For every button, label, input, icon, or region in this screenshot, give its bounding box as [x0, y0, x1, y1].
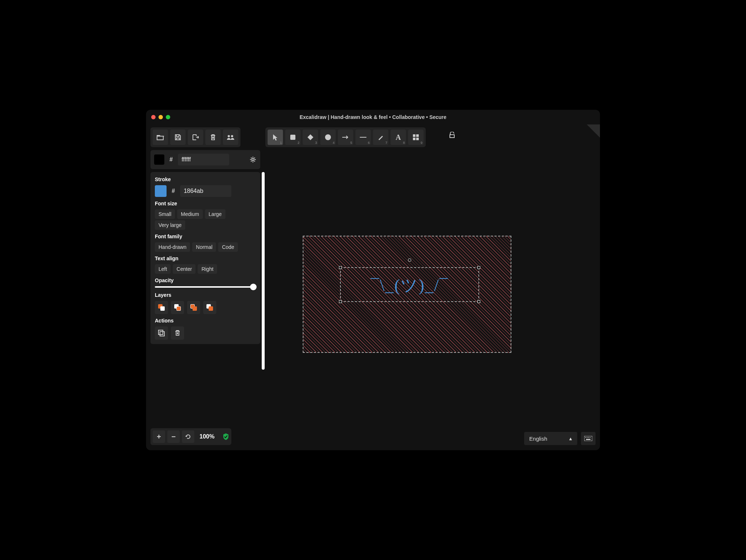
- collaborate-button[interactable]: [223, 130, 238, 145]
- panel-scrollbar[interactable]: [262, 172, 265, 370]
- tool-shortcut: 6: [368, 141, 370, 145]
- shrug-text[interactable]: ¯\_(ツ)_/¯: [341, 268, 478, 303]
- font-size-medium[interactable]: Medium: [177, 209, 203, 219]
- page-fold-icon[interactable]: [587, 124, 600, 138]
- svg-rect-16: [590, 437, 590, 438]
- diamond-tool[interactable]: 3: [303, 130, 318, 145]
- titlebar: Excalidraw | Hand-drawn look & feel • Co…: [146, 110, 600, 124]
- bring-forward-button[interactable]: [187, 301, 200, 314]
- selected-text-box[interactable]: ¯\_(ツ)_/¯: [340, 267, 479, 302]
- tool-shortcut: 9: [421, 141, 422, 145]
- duplicate-button[interactable]: [155, 326, 168, 340]
- font-size-large[interactable]: Large: [205, 209, 225, 219]
- tool-shortcut: 3: [315, 141, 317, 145]
- font-family-code[interactable]: Code: [218, 242, 238, 252]
- minimize-window-button[interactable]: [158, 115, 163, 119]
- opacity-label: Opacity: [155, 277, 256, 283]
- svg-rect-2: [290, 135, 295, 140]
- send-to-back-button[interactable]: [155, 301, 168, 314]
- language-selector[interactable]: English ▴: [524, 432, 577, 445]
- canvas-bg-hex-input[interactable]: [178, 154, 229, 165]
- layers-label: Layers: [155, 292, 256, 298]
- reset-zoom-button[interactable]: [182, 430, 194, 443]
- stroke-label: Stroke: [155, 176, 256, 182]
- resize-handle-bl[interactable]: [339, 300, 342, 303]
- canvas-background-panel: #: [150, 150, 260, 169]
- close-window-button[interactable]: [151, 115, 156, 119]
- language-label: English: [529, 436, 547, 442]
- file-toolbar: [150, 127, 240, 147]
- send-backward-button[interactable]: [171, 301, 184, 314]
- tool-shortcut: 8: [403, 141, 405, 145]
- app-window: Excalidraw | Hand-drawn look & feel • Co…: [146, 110, 600, 450]
- svg-rect-10: [158, 330, 163, 335]
- keyboard-shortcuts-button[interactable]: [581, 432, 596, 445]
- chevron-up-icon: ▴: [569, 435, 572, 442]
- stroke-color-swatch[interactable]: [155, 185, 167, 197]
- line-tool[interactable]: 6: [355, 130, 371, 145]
- settings-icon[interactable]: [249, 156, 257, 163]
- arrow-tool[interactable]: 5: [338, 130, 353, 145]
- resize-handle-tr[interactable]: [477, 266, 480, 269]
- properties-panel: Stroke # Font size Small Medium Large Ve…: [150, 172, 260, 344]
- hash-symbol: #: [167, 156, 175, 163]
- tool-shortcut: 2: [298, 141, 299, 145]
- font-family-hand-drawn[interactable]: Hand-drawn: [155, 242, 190, 252]
- stroke-hex-input[interactable]: [180, 185, 231, 197]
- font-family-normal[interactable]: Normal: [192, 242, 216, 252]
- svg-point-0: [228, 135, 230, 137]
- tool-shortcut: 5: [350, 141, 352, 145]
- library-tool[interactable]: 9: [408, 130, 424, 145]
- rectangle-tool[interactable]: 2: [285, 130, 301, 145]
- hash-symbol: #: [169, 188, 177, 194]
- font-family-label: Font family: [155, 234, 256, 239]
- svg-point-9: [252, 158, 254, 161]
- zoom-level: 100%: [197, 433, 217, 440]
- opacity-slider[interactable]: [155, 286, 256, 288]
- svg-rect-7: [413, 138, 415, 140]
- draw-tool[interactable]: 7: [373, 130, 388, 145]
- svg-rect-6: [416, 134, 419, 137]
- window-controls: [151, 115, 170, 119]
- bring-to-front-button[interactable]: [203, 301, 216, 314]
- svg-rect-12: [584, 436, 592, 441]
- canvas-bg-swatch[interactable]: [154, 154, 164, 165]
- resize-handle-br[interactable]: [477, 300, 480, 303]
- window-title: Excalidraw | Hand-drawn look & feel • Co…: [146, 114, 600, 120]
- text-align-right[interactable]: Right: [198, 264, 217, 274]
- zoom-in-button[interactable]: +: [153, 430, 165, 443]
- svg-rect-5: [413, 134, 415, 137]
- zoom-toolbar: + − 100%: [150, 428, 231, 445]
- tool-shortcut: 1: [280, 141, 282, 145]
- rotate-handle[interactable]: [408, 258, 411, 262]
- text-align-label: Text align: [155, 255, 256, 261]
- zoom-out-button[interactable]: −: [167, 430, 180, 443]
- maximize-window-button[interactable]: [166, 115, 170, 119]
- open-button[interactable]: [153, 130, 168, 145]
- delete-button[interactable]: [171, 326, 184, 340]
- font-size-small[interactable]: Small: [155, 209, 175, 219]
- selection-tool[interactable]: 1: [268, 130, 283, 145]
- export-button[interactable]: [188, 130, 203, 145]
- ellipse-tool[interactable]: 4: [320, 130, 336, 145]
- svg-rect-14: [587, 437, 588, 438]
- svg-rect-8: [416, 138, 419, 140]
- tool-shortcut: 4: [333, 141, 335, 145]
- text-tool[interactable]: A 8: [391, 130, 406, 145]
- svg-rect-17: [586, 439, 590, 440]
- font-size-very-large[interactable]: Very large: [155, 220, 185, 230]
- actions-label: Actions: [155, 318, 256, 324]
- encryption-shield-icon[interactable]: [223, 433, 229, 440]
- text-align-center[interactable]: Center: [173, 264, 195, 274]
- resize-handle-tl[interactable]: [339, 266, 342, 269]
- font-size-label: Font size: [155, 201, 256, 206]
- text-align-left[interactable]: Left: [155, 264, 171, 274]
- svg-rect-11: [160, 332, 164, 336]
- lock-icon[interactable]: [449, 132, 455, 138]
- shape-toolbar: 1 2 3 4 5 6 7: [265, 127, 426, 147]
- tool-shortcut: 7: [385, 141, 387, 145]
- save-button[interactable]: [170, 130, 186, 145]
- clear-canvas-button[interactable]: [205, 130, 221, 145]
- svg-rect-13: [585, 437, 586, 438]
- opacity-slider-knob[interactable]: [250, 284, 257, 290]
